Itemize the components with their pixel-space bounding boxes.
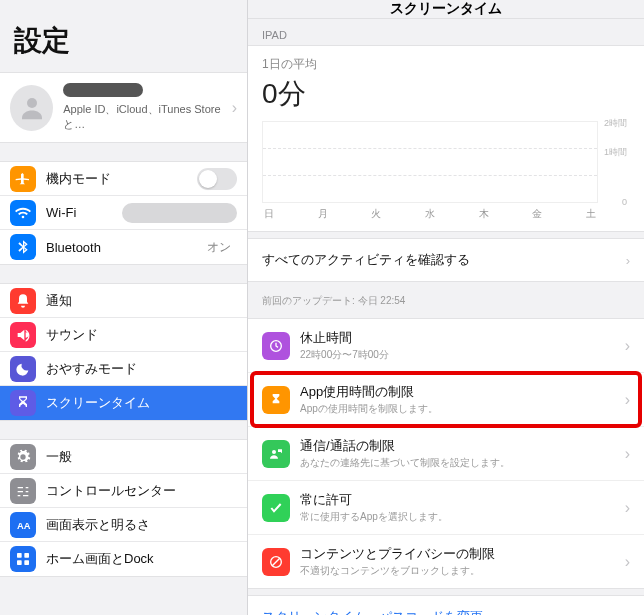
airplane-icon	[10, 166, 36, 192]
sidebar-item-display[interactable]: AA 画面表示と明るさ	[0, 508, 247, 542]
apple-id-row[interactable]: Apple ID、iCloud、iTunes Storeと… ›	[0, 72, 247, 143]
comm-sub: あなたの連絡先に基づいて制限を設定します。	[300, 456, 510, 470]
sidebar-item-wifi[interactable]: Wi-Fi	[0, 196, 247, 230]
sound-label: サウンド	[46, 326, 98, 344]
sidebar-item-airplane[interactable]: 機内モード	[0, 162, 247, 196]
content-privacy-row[interactable]: コンテンツとプライバシーの制限 不適切なコンテンツをブロックします。 ›	[248, 535, 644, 588]
chevron-right-icon: ›	[625, 391, 630, 409]
sidebar-item-screentime[interactable]: スクリーンタイム	[0, 386, 247, 420]
downtime-row[interactable]: 休止時間 22時00分〜7時00分 ›	[248, 319, 644, 373]
change-passcode-link[interactable]: スクリーンタイム・パスコードを変更	[248, 596, 644, 615]
wifi-icon	[10, 200, 36, 226]
svg-text:AA: AA	[17, 521, 31, 531]
cc-label: コントロールセンター	[46, 482, 176, 500]
all-activity-row[interactable]: すべてのアクティビティを確認する ›	[248, 239, 644, 281]
ytick-0: 0	[622, 197, 627, 207]
check-icon	[262, 494, 290, 522]
screentime-label: スクリーンタイム	[46, 394, 150, 412]
bluetooth-icon	[10, 234, 36, 260]
daily-average-card: 1日の平均 0分 2時間 1時間 0 日 月 火 水 木 金 土	[248, 45, 644, 232]
comm-title: 通信/通話の制限	[300, 437, 510, 455]
downtime-icon	[262, 332, 290, 360]
downtime-sub: 22時00分〜7時00分	[300, 348, 389, 362]
ytick-1h: 1時間	[604, 146, 627, 159]
chart-days: 日 月 火 水 木 金 土	[262, 203, 598, 221]
svg-point-7	[272, 450, 276, 454]
chevron-right-icon: ›	[625, 553, 630, 571]
general-label: 一般	[46, 448, 72, 466]
hourglass-icon	[10, 390, 36, 416]
avg-value: 0分	[262, 75, 630, 113]
chevron-right-icon: ›	[625, 499, 630, 517]
sidebar-item-control-center[interactable]: コントロールセンター	[0, 474, 247, 508]
comm-limit-row[interactable]: 通信/通話の制限 あなたの連絡先に基づいて制限を設定します。 ›	[248, 427, 644, 481]
airplane-toggle[interactable]	[197, 168, 237, 190]
dnd-label: おやすみモード	[46, 360, 137, 378]
sidebar-group-network: 機内モード Wi-Fi Bluetooth オン	[0, 161, 247, 265]
chevron-right-icon: ›	[625, 337, 630, 355]
passcode-card: スクリーンタイム・パスコードを変更	[248, 595, 644, 615]
app-limit-row[interactable]: App使用時間の制限 Appの使用時間を制限します。 ›	[248, 373, 644, 427]
svg-rect-5	[24, 560, 29, 565]
chevron-right-icon: ›	[626, 253, 630, 268]
grid-icon	[10, 546, 36, 572]
airplane-label: 機内モード	[46, 170, 111, 188]
svg-rect-2	[17, 553, 22, 558]
svg-rect-4	[17, 560, 22, 565]
bluetooth-label: Bluetooth	[46, 240, 101, 255]
always-allow-row[interactable]: 常に許可 常に使用するAppを選択します。 ›	[248, 481, 644, 535]
app-limit-title: App使用時間の制限	[300, 383, 438, 401]
sidebar-item-bluetooth[interactable]: Bluetooth オン	[0, 230, 247, 264]
chevron-right-icon: ›	[625, 445, 630, 463]
device-label: IPAD	[248, 19, 644, 45]
bell-icon	[10, 288, 36, 314]
person-bubble-icon	[262, 440, 290, 468]
sidebar-item-sound[interactable]: サウンド	[0, 318, 247, 352]
chevron-right-icon: ›	[232, 99, 237, 117]
display-label: 画面表示と明るさ	[46, 516, 150, 534]
limits-card: 休止時間 22時00分〜7時00分 › App使用時間の制限 Appの使用時間を…	[248, 318, 644, 589]
speaker-icon	[10, 322, 36, 348]
content-sub: 不適切なコンテンツをブロックします。	[300, 564, 495, 578]
wifi-value-redacted	[122, 203, 237, 223]
app-limit-sub: Appの使用時間を制限します。	[300, 402, 438, 416]
sidebar-item-dnd[interactable]: おやすみモード	[0, 352, 247, 386]
downtime-title: 休止時間	[300, 329, 389, 347]
svg-rect-3	[24, 553, 29, 558]
svg-line-9	[272, 558, 280, 566]
always-sub: 常に使用するAppを選択します。	[300, 510, 448, 524]
usage-chart: 2時間 1時間 0	[262, 121, 598, 203]
sidebar-item-home[interactable]: ホーム画面とDock	[0, 542, 247, 576]
moon-icon	[10, 356, 36, 382]
nosign-icon	[262, 548, 290, 576]
svg-point-0	[27, 98, 37, 108]
wifi-label: Wi-Fi	[46, 205, 76, 220]
notifications-label: 通知	[46, 292, 72, 310]
profile-name-redacted	[63, 83, 143, 97]
home-label: ホーム画面とDock	[46, 550, 154, 568]
content-title: コンテンツとプライバシーの制限	[300, 545, 495, 563]
last-update: 前回のアップデート: 今日 22:54	[248, 288, 644, 318]
sidebar-group-attention: 通知 サウンド おやすみモード スクリーンタイム	[0, 283, 247, 421]
sliders-icon	[10, 478, 36, 504]
hourglass-icon	[262, 386, 290, 414]
all-activity-card: すべてのアクティビティを確認する ›	[248, 238, 644, 282]
sidebar-item-notifications[interactable]: 通知	[0, 284, 247, 318]
avg-label: 1日の平均	[262, 56, 630, 73]
settings-title: 設定	[0, 0, 247, 72]
gear-icon	[10, 444, 36, 470]
all-activity-label: すべてのアクティビティを確認する	[262, 251, 470, 269]
avatar	[10, 85, 53, 131]
sidebar-item-general[interactable]: 一般	[0, 440, 247, 474]
profile-subtitle: Apple ID、iCloud、iTunes Storeと…	[63, 102, 231, 132]
aa-icon: AA	[10, 512, 36, 538]
screentime-main: スクリーンタイム IPAD 1日の平均 0分 2時間 1時間 0 日 月 火 水…	[248, 0, 644, 615]
always-title: 常に許可	[300, 491, 448, 509]
sidebar-group-general: 一般 コントロールセンター AA 画面表示と明るさ ホーム画面とDock	[0, 439, 247, 577]
page-title: スクリーンタイム	[248, 0, 644, 19]
bluetooth-value: オン	[207, 239, 237, 256]
ytick-2h: 2時間	[604, 117, 627, 130]
settings-sidebar: 設定 Apple ID、iCloud、iTunes Storeと… › 機内モー…	[0, 0, 248, 615]
